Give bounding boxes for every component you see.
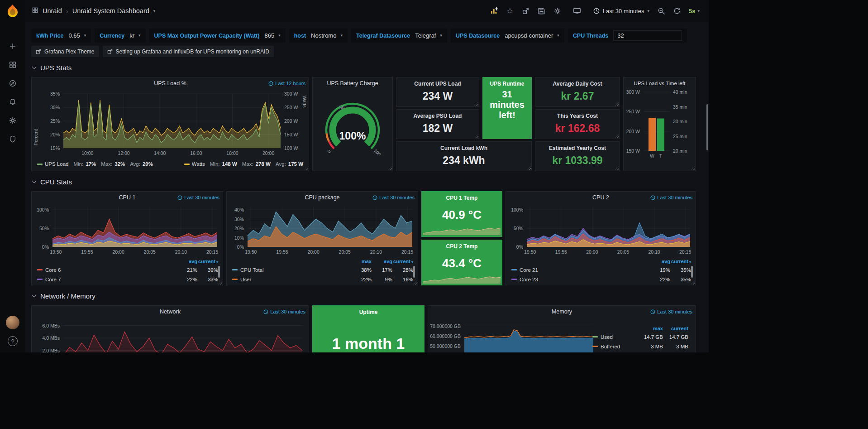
panel-resize-handle[interactable] — [474, 134, 478, 138]
cpu2-chart[interactable]: 100%50%0%19:5019:5520:0020:0520:1020:15 — [527, 206, 690, 247]
create-plus-icon[interactable] — [8, 42, 17, 51]
memory-chart[interactable]: 70.000000 GB60.000000 GB50.000000 GB — [464, 323, 593, 352]
section-network-memory[interactable]: Network / Memory — [33, 292, 95, 300]
time-range-picker[interactable]: Last 30 minutes ▾ — [593, 8, 649, 14]
series-marker — [37, 164, 43, 165]
dashboard-title[interactable]: Unraid System Dashboard — [72, 7, 149, 14]
clock-icon — [177, 195, 182, 200]
clock-icon — [263, 309, 268, 314]
explore-compass-icon[interactable] — [8, 79, 17, 88]
time-range-label: Last 30 minutes — [603, 8, 644, 14]
refresh-interval-picker[interactable]: 5s ▾ — [689, 8, 700, 14]
panel-title[interactable]: UPS Load vs Time left — [624, 77, 696, 89]
panel-title[interactable]: Current UPS Load — [396, 77, 479, 87]
stat-value: 40.9 °C — [422, 208, 502, 222]
panel-time-badge[interactable]: Last 30 minutes — [372, 195, 415, 200]
panel-time-badge[interactable]: Last 30 minutes — [650, 309, 692, 314]
panel-title[interactable]: Average Daily Cost — [535, 77, 620, 87]
panel-time-badge[interactable]: Last 12 hours — [268, 81, 305, 86]
dashboards-icon[interactable] — [8, 60, 17, 69]
variable-ups-datasource[interactable]: UPS Datasourceapcupsd-container▾ — [451, 29, 564, 43]
share-icon[interactable] — [522, 7, 530, 15]
page-scrollbar[interactable] — [706, 104, 708, 150]
panel-resize-handle[interactable] — [388, 166, 392, 170]
panel-title[interactable]: CPU 2 Temp — [422, 240, 502, 250]
panel-time-badge[interactable]: Last 30 minutes — [177, 195, 219, 200]
chevron-down-icon — [32, 179, 37, 183]
grafana-window: ? Unraid › Unraid System Dashboard ▾ ☆ L… — [0, 0, 709, 352]
help-icon[interactable]: ? — [8, 336, 18, 346]
panel-resize-handle[interactable] — [615, 102, 619, 106]
breadcrumb-app[interactable]: Unraid — [43, 7, 62, 14]
chevron-down-icon: ▾ — [647, 9, 649, 13]
variable-currency[interactable]: Currencykr▾ — [95, 29, 145, 43]
variable-ups-max-output[interactable]: UPS Max Output Power Capacity (Watt)865▾ — [149, 29, 286, 43]
variable-host[interactable]: hostNostromo▾ — [289, 29, 348, 43]
link-grafana-plex-theme[interactable]: Grafana Plex Theme — [31, 46, 99, 57]
battery-gauge[interactable]: 050100 — [313, 96, 392, 159]
network-chart[interactable]: 6.0 MBs4.0 MBs2.0 MBs — [63, 319, 302, 352]
section-ups-stats[interactable]: UPS Stats — [33, 64, 72, 72]
cycle-view-monitor-icon[interactable] — [573, 7, 581, 15]
panel-time-badge[interactable]: Last 30 minutes — [263, 309, 305, 314]
panel-time-badge[interactable]: Last 30 minutes — [650, 195, 692, 200]
server-admin-shield-icon[interactable] — [8, 135, 17, 144]
panel-title[interactable]: UPS Runtime — [483, 77, 531, 87]
panel-title[interactable]: Average PSU Load — [396, 110, 479, 119]
panel-title[interactable]: UPS Battery Charge — [313, 77, 392, 89]
settings-gear-icon[interactable] — [553, 7, 562, 15]
chevron-down-icon: ▾ — [697, 9, 700, 13]
panel-resize-handle[interactable] — [304, 166, 308, 170]
variable-kwh-price[interactable]: kWh Price0.65▾ — [31, 29, 91, 43]
panel-title[interactable]: This Years Cost — [535, 110, 620, 119]
link-ups-monitoring-guide[interactable]: Setting up Grafana and InfluxDB for UPS … — [103, 46, 274, 57]
panel-resize-handle[interactable] — [615, 166, 619, 170]
legend-watts[interactable]: Watts Min:148 W Max:278 W Avg:175 W — [184, 161, 303, 167]
panel-title[interactable]: Estimated Yearly Cost — [535, 142, 620, 151]
cpu1-temp-sparkline — [423, 224, 501, 235]
apps-grid-icon[interactable] — [32, 7, 38, 15]
panel-resize-handle[interactable] — [527, 166, 531, 170]
cpu-threads-input[interactable]: 32 — [613, 30, 682, 41]
variable-telegraf-datasource[interactable]: Telegraf DatasourceTelegraf▾ — [351, 29, 447, 43]
refresh-icon[interactable] — [673, 7, 681, 15]
panel-resize-handle[interactable] — [527, 134, 531, 138]
stat-value: 234 kWh — [396, 154, 531, 167]
cpu1-chart[interactable]: 100%50%0%19:5019:5520:0020:0520:1020:15 — [52, 206, 217, 247]
configuration-gear-icon[interactable] — [8, 116, 17, 125]
save-icon[interactable] — [538, 7, 546, 15]
star-icon[interactable]: ☆ — [506, 7, 514, 15]
panel-title[interactable]: CPU 1 Temp — [422, 192, 502, 201]
grafana-logo[interactable] — [5, 4, 20, 19]
panel-resize-handle[interactable] — [413, 280, 417, 284]
legend-ups-load[interactable]: UPS Load Min:17% Max:32% Avg:20% — [37, 161, 153, 167]
legend-scrollbar[interactable] — [413, 266, 415, 278]
ups-load-chart[interactable]: 35%30%25%20%15%300 W250 W200 W150 W100 W… — [63, 94, 281, 148]
panel-resize-handle[interactable] — [474, 102, 478, 106]
cpu-package-chart[interactable]: 40%30%20%10%0%19:5019:5520:0020:0520:102… — [248, 206, 412, 247]
stat-value: kr 1033.99 — [535, 154, 620, 167]
series-marker — [592, 346, 598, 347]
legend-scrollbar[interactable] — [218, 266, 220, 278]
panel-title[interactable]: UPS Load % — [32, 77, 309, 89]
user-avatar[interactable] — [6, 316, 19, 329]
panel-title[interactable]: Uptime — [313, 306, 424, 315]
add-panel-icon[interactable] — [490, 7, 498, 15]
sidebar-menu — [0, 42, 25, 144]
external-link-icon — [107, 49, 113, 54]
panel-memory: Memory Last 30 minutes 70.000000 GB60.00… — [428, 305, 696, 352]
legend-scrollbar[interactable] — [691, 266, 693, 278]
alerting-bell-icon[interactable] — [8, 97, 17, 106]
chevron-down-icon — [32, 65, 37, 69]
panel-title[interactable]: Current Load kWh — [396, 142, 531, 151]
load-vs-time-chart[interactable]: 300 W250 W200 W150 W40 min35 min30 min25… — [644, 92, 669, 151]
section-cpu-stats[interactable]: CPU Stats — [33, 178, 72, 186]
panel-resize-handle[interactable] — [218, 280, 222, 284]
panel-resize-handle[interactable] — [615, 134, 619, 138]
panel-resize-handle[interactable] — [691, 166, 695, 170]
chevron-down-icon — [32, 293, 37, 298]
zoom-out-icon[interactable] — [657, 7, 665, 15]
panel-cpu2-temp: CPU 2 Temp 43.4 °C — [421, 240, 502, 285]
chevron-down-icon[interactable]: ▾ — [153, 9, 156, 13]
panel-resize-handle[interactable] — [691, 280, 695, 284]
